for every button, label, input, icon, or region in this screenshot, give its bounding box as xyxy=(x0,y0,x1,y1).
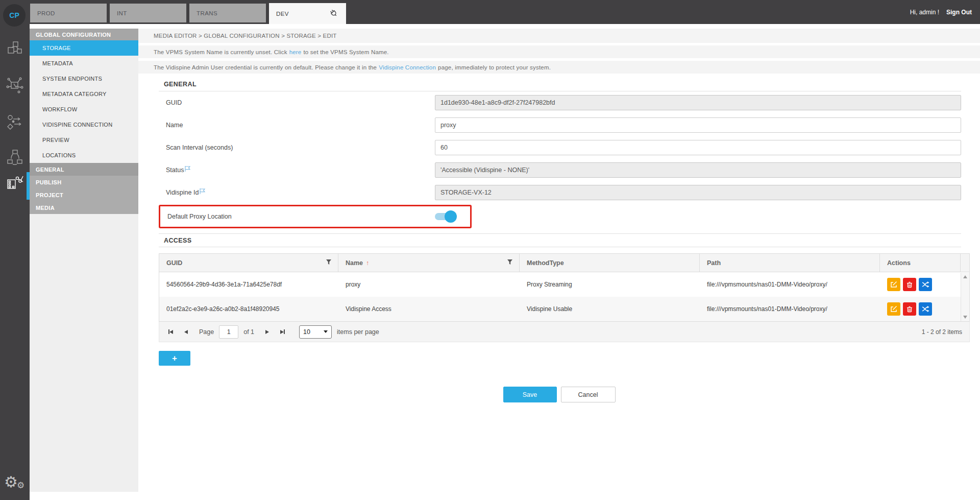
column-header-methodtype[interactable]: MethodType xyxy=(520,254,700,272)
save-button[interactable]: Save xyxy=(503,387,557,402)
filter-icon[interactable] xyxy=(326,259,332,267)
status-label: Status xyxy=(159,166,435,174)
previous-page-button[interactable] xyxy=(184,330,188,334)
status-input[interactable] xyxy=(435,162,961,178)
breadcrumb: MEDIA EDITOR > GLOBAL CONFIGURATION > ST… xyxy=(138,29,980,43)
media-editor-icon[interactable] xyxy=(6,174,24,192)
sidenav-item-metadata[interactable]: METADATA xyxy=(30,56,138,71)
column-header-actions: Actions xyxy=(880,254,961,272)
cell-path: file:///vpmsmounts/nas01-DMM-Video/proxy… xyxy=(700,297,880,321)
vidispine-credential-notice: The Vidispine Admin User credential is c… xyxy=(138,61,980,74)
tab-prod[interactable]: PROD xyxy=(30,4,107,22)
column-header-path[interactable]: Path xyxy=(700,254,880,272)
access-table: GUID Name ↑ MethodType Path Actions 5456… xyxy=(159,253,970,322)
vidispine-connection-link[interactable]: Vidispine Connection xyxy=(379,64,436,70)
page-word: Page xyxy=(199,328,214,336)
divider xyxy=(159,233,961,234)
sort-ascending-icon: ↑ xyxy=(366,259,369,267)
tab-trans[interactable]: TRANS xyxy=(189,4,266,22)
user-greeting: Hi, admin ! xyxy=(910,9,939,16)
edit-row-button[interactable] xyxy=(887,278,900,291)
cell-guid: 54560564-29b9-4d36-3e1a-71a6425e78df xyxy=(159,272,338,297)
delete-row-button[interactable] xyxy=(903,302,916,316)
cell-name: proxy xyxy=(338,272,520,297)
chevron-down-icon xyxy=(324,330,328,333)
main-content: MEDIA EDITOR > GLOBAL CONFIGURATION > ST… xyxy=(138,24,980,500)
access-section-title: ACCESS xyxy=(164,237,980,244)
sign-out-link[interactable]: Sign Out xyxy=(946,9,972,16)
cell-guid: 01ef2a2c-e3e9-a26c-a0b2-8a1f48920945 xyxy=(159,297,338,321)
access-table-header: GUID Name ↑ MethodType Path Actions xyxy=(159,254,969,272)
last-page-button[interactable] xyxy=(280,329,285,334)
integration-network-icon[interactable] xyxy=(6,76,24,94)
name-field-row: Name xyxy=(159,114,961,136)
table-scrollbar[interactable] xyxy=(961,273,969,321)
sidenav-item-preview[interactable]: PREVIEW xyxy=(30,132,138,148)
add-access-button[interactable]: + xyxy=(159,351,190,366)
table-row: 01ef2a2c-e3e9-a26c-a0b2-8a1f48920945 Vid… xyxy=(159,297,969,321)
sidenav-item-workflow[interactable]: WORKFLOW xyxy=(30,102,138,117)
filter-icon[interactable] xyxy=(507,259,513,267)
tab-int[interactable]: INT xyxy=(110,4,186,22)
workflow-icon[interactable] xyxy=(6,112,24,131)
plug-icon xyxy=(329,9,338,18)
name-label: Name xyxy=(159,122,435,129)
sidenav-section-media[interactable]: MEDIA xyxy=(30,201,138,214)
vidispine-id-input[interactable] xyxy=(435,185,961,200)
sidenav-section-project[interactable]: PROJECT xyxy=(30,188,138,201)
cell-methodtype: Vidispine Usable xyxy=(520,297,700,321)
first-page-button[interactable] xyxy=(168,329,173,334)
scan-interval-input[interactable] xyxy=(435,140,961,155)
items-per-page-label: items per page xyxy=(337,328,379,336)
sidenav-item-locations[interactable]: LOCATIONS xyxy=(30,148,138,163)
page-size-select[interactable]: 10 xyxy=(299,325,332,339)
edit-row-button[interactable] xyxy=(887,302,900,316)
top-bar: PROD INT TRANS DEV Hi, admin ! Sign Out xyxy=(0,0,980,24)
divider xyxy=(159,247,961,247)
app-icon-rail: CP xyxy=(0,0,30,500)
status-flag-icon xyxy=(184,165,191,174)
column-header-name[interactable]: Name ↑ xyxy=(338,254,520,272)
status-field-row: Status xyxy=(159,159,961,181)
sidenav-item-storage[interactable]: STORAGE xyxy=(30,40,138,56)
cell-methodtype: Proxy Streaming xyxy=(520,272,700,297)
active-module-indicator xyxy=(27,172,30,200)
default-proxy-location-label: Default Proxy Location xyxy=(166,213,435,220)
environment-tabs: PROD INT TRANS DEV xyxy=(30,3,346,24)
cancel-button[interactable]: Cancel xyxy=(561,387,616,402)
sidenav-section-publish[interactable]: PUBLISH xyxy=(30,176,138,188)
form-actions: Save Cancel xyxy=(138,387,980,402)
table-row: 54560564-29b9-4d36-3e1a-71a6425e78df pro… xyxy=(159,272,969,297)
sidenav-item-metadata-category[interactable]: METADATA CATEGORY xyxy=(30,86,138,102)
sidenav-item-system-endpoints[interactable]: SYSTEM ENDPOINTS xyxy=(30,71,138,86)
settings-gears-icon[interactable]: ⚙⚙ xyxy=(3,470,28,493)
config-sidenav: GLOBAL CONFIGURATION STORAGE METADATA SY… xyxy=(30,29,138,492)
guid-input[interactable] xyxy=(435,95,961,110)
delete-row-button[interactable] xyxy=(903,278,916,291)
scroll-up-icon[interactable] xyxy=(963,275,967,278)
scan-interval-label: Scan Interval (seconds) xyxy=(159,144,435,151)
shuffle-row-button[interactable] xyxy=(919,302,932,316)
column-header-guid[interactable]: GUID xyxy=(159,254,338,272)
items-range-label: 1 - 2 of 2 items xyxy=(922,328,962,336)
distribution-cycle-icon[interactable] xyxy=(6,148,24,166)
scroll-down-icon[interactable] xyxy=(963,316,967,319)
vpms-name-notice: The VPMS System Name is currently unset.… xyxy=(138,45,980,58)
name-input[interactable] xyxy=(435,117,961,133)
cell-name: Vidispine Access xyxy=(338,297,520,321)
page-number-input[interactable] xyxy=(219,325,238,339)
assets-cubes-icon[interactable] xyxy=(6,39,24,58)
toggle-knob xyxy=(445,210,457,223)
cell-path: file:///vpmsmounts/nas01-DMM-Video/proxy… xyxy=(700,272,880,297)
next-page-button[interactable] xyxy=(265,330,269,334)
sidenav-section-general[interactable]: GENERAL xyxy=(30,163,138,176)
general-section-title: GENERAL xyxy=(164,81,980,88)
default-proxy-location-toggle[interactable] xyxy=(435,213,455,220)
tab-dev[interactable]: DEV xyxy=(269,3,346,24)
shuffle-row-button[interactable] xyxy=(919,278,932,291)
page-of-label: of 1 xyxy=(243,328,254,336)
vidispine-id-label: Vidispine Id xyxy=(159,189,435,196)
sidenav-item-vidispine-connection[interactable]: VIDISPINE CONNECTION xyxy=(30,117,138,132)
set-vpms-name-link[interactable]: here xyxy=(289,49,302,55)
vidispine-id-field-row: Vidispine Id xyxy=(159,181,961,204)
